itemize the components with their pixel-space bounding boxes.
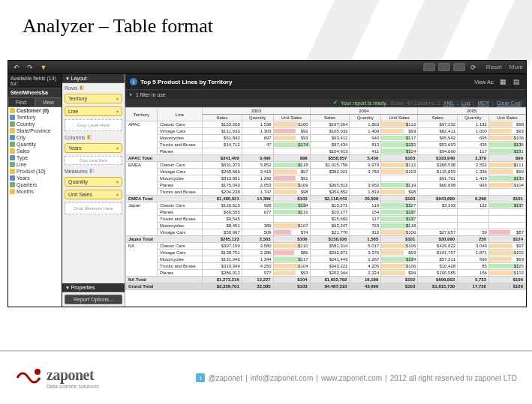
field-icon bbox=[10, 115, 15, 120]
report-table-wrap[interactable]: TerritoryLine200320042005SalesQuantityUn… bbox=[125, 107, 526, 307]
layout-header[interactable]: Layout bbox=[62, 74, 125, 83]
tree-item[interactable]: Line bbox=[8, 161, 62, 168]
value-cell: $102 bbox=[488, 250, 525, 256]
value-cell: $106 bbox=[381, 229, 418, 236]
value-cell: $27,657 bbox=[418, 229, 458, 236]
value-cell: $100 bbox=[273, 121, 310, 128]
value-cell bbox=[488, 223, 525, 229]
svg-point-0 bbox=[35, 369, 41, 375]
value-cell: 3,580 bbox=[242, 243, 273, 250]
value-cell: $117 bbox=[381, 135, 418, 142]
layout-pane: Layout Rows ◧ Territory Line Drop Level … bbox=[62, 74, 125, 307]
value-cell: $631,373 bbox=[203, 162, 242, 169]
analyzer-app: ↶ ↷ ▼ ⟳ Reset More Available fields (14)… bbox=[8, 60, 527, 307]
redo-icon[interactable]: ↷ bbox=[25, 62, 35, 73]
tree-item-label: Sales bbox=[17, 148, 30, 154]
value-cell: $118 bbox=[273, 162, 310, 169]
value-cell: 3,952 bbox=[350, 182, 381, 189]
field-icon bbox=[10, 182, 15, 187]
tree-item[interactable]: City bbox=[8, 134, 62, 141]
value-cell: $93 bbox=[273, 270, 310, 277]
line-cell: Trucks and Buses bbox=[158, 216, 203, 223]
value-cell: $127 bbox=[381, 202, 418, 209]
toolbar-btn-3[interactable] bbox=[453, 63, 465, 71]
toolbar-btn-2[interactable] bbox=[438, 63, 450, 71]
value-cell bbox=[458, 189, 489, 196]
tree-item-label: Months bbox=[17, 189, 34, 194]
value-cell: 3,415 bbox=[242, 169, 273, 175]
tree-item-label: Country bbox=[17, 121, 35, 127]
value-cell: $86 bbox=[273, 250, 310, 256]
region-cell: APAC bbox=[126, 121, 158, 155]
drop-measure-zone[interactable]: Drop Measure Here bbox=[65, 202, 122, 214]
value-cell: $104 bbox=[488, 182, 525, 189]
tree-item[interactable]: Type bbox=[8, 154, 62, 161]
tree-item[interactable]: Quantity bbox=[8, 141, 62, 148]
report-options-button[interactable]: Report Options... bbox=[65, 295, 122, 304]
value-cell: 1,292 bbox=[242, 175, 273, 182]
value-cell: 509 bbox=[242, 229, 273, 236]
value-cell: 813 bbox=[350, 142, 381, 148]
value-cell: $124 bbox=[381, 148, 418, 155]
properties-header[interactable]: Properties bbox=[62, 283, 125, 292]
view-tab[interactable]: View bbox=[35, 97, 62, 107]
reset-link[interactable]: Reset bbox=[486, 64, 502, 70]
field-icon bbox=[10, 162, 15, 167]
value-cell: 435 bbox=[458, 142, 489, 148]
drop-level-zone[interactable]: Drop Level Here bbox=[65, 119, 122, 131]
export-log[interactable]: Log bbox=[461, 100, 470, 106]
tree-item[interactable]: Years bbox=[8, 175, 62, 181]
tree-item[interactable]: Product (10) bbox=[8, 168, 62, 175]
more-link[interactable]: More bbox=[509, 64, 523, 70]
tree-item[interactable]: Customer (6) bbox=[8, 107, 62, 114]
pill-line[interactable]: Line bbox=[65, 106, 122, 116]
value-cell: 4,205 bbox=[350, 263, 381, 270]
export-mdx[interactable]: MDX bbox=[478, 100, 490, 106]
value-cell: $106 bbox=[381, 243, 418, 250]
view-table-icon[interactable]: ▦ bbox=[497, 76, 508, 87]
find-tab[interactable]: Find: bbox=[8, 97, 35, 107]
pill-years[interactable]: Years bbox=[65, 143, 122, 153]
value-cell: $93 bbox=[488, 128, 525, 135]
region-cell: EMEA bbox=[126, 162, 158, 196]
refresh-icon[interactable]: ⟳ bbox=[468, 62, 479, 73]
value-cell: $175,043 bbox=[203, 182, 242, 189]
tree-item[interactable]: State/Province bbox=[8, 127, 62, 134]
tree-item[interactable]: Quarters bbox=[8, 181, 62, 188]
measures-header: Measures ◧ bbox=[62, 166, 125, 175]
undo-icon[interactable]: ↶ bbox=[11, 62, 22, 73]
tree-item[interactable]: Months bbox=[8, 188, 62, 195]
pill-territory[interactable]: Territory bbox=[65, 94, 122, 103]
line-cell: Trucks and Buses bbox=[158, 263, 203, 270]
value-cell: $98 bbox=[273, 189, 310, 196]
rowscols-text: Rows: 43 Columns: 9 bbox=[390, 100, 440, 106]
export-xml[interactable]: XML bbox=[443, 100, 454, 106]
pill-unitsales[interactable]: Unit Sales bbox=[65, 190, 122, 199]
region-total-row: Japan Total$265,1232,503$106$158,0261,56… bbox=[126, 236, 526, 243]
pill-quantity[interactable]: Quantity bbox=[65, 177, 122, 187]
line-cell: Planes bbox=[158, 148, 203, 155]
value-cell: 1,819 bbox=[350, 189, 381, 196]
clear-cache[interactable]: Clear Cool bbox=[497, 100, 521, 106]
region-total-row: APAC Total$341,4003,496$98$558,0575,436$… bbox=[126, 155, 526, 162]
field-icon bbox=[10, 128, 15, 133]
drop-level-zone-2[interactable]: Drop Level Here bbox=[65, 156, 122, 165]
value-cell: 1,419 bbox=[458, 175, 489, 182]
value-cell: $202,944 bbox=[310, 270, 350, 277]
value-cell: $115,893 bbox=[418, 169, 458, 175]
value-cell bbox=[418, 189, 458, 196]
filter-icon[interactable]: ▼ bbox=[38, 62, 49, 73]
available-fields-label: Available fields (14) for: bbox=[8, 74, 62, 88]
value-cell: $104 bbox=[273, 263, 310, 270]
value-cell: $313,801 bbox=[203, 175, 242, 182]
grand-total-row: Grand Total$3,359,76132,595$103$4,487,31… bbox=[126, 283, 526, 290]
filter-text[interactable]: 1 filter in use bbox=[136, 92, 166, 97]
value-cell: 122 bbox=[458, 202, 489, 209]
view-chart-icon[interactable]: ▤ bbox=[511, 76, 521, 87]
value-cell: 154 bbox=[350, 209, 381, 216]
tree-item[interactable]: Country bbox=[8, 121, 62, 127]
expand-filter-icon[interactable]: ▸ bbox=[130, 91, 133, 97]
tree-item[interactable]: Sales bbox=[8, 148, 62, 154]
tree-item[interactable]: Territory bbox=[8, 114, 62, 121]
toolbar-btn-1[interactable] bbox=[423, 63, 435, 71]
